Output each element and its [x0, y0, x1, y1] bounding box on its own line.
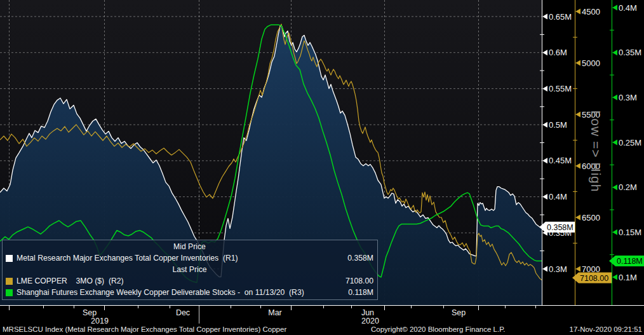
- tick-arrow-icon: [542, 266, 547, 272]
- tick-label-r2: 4500: [582, 7, 600, 17]
- copyright-text: Copyright© 2020 Bloomberg Finance L.P.: [371, 325, 506, 333]
- x-month-label: Sep: [452, 308, 466, 317]
- x-axis: SepDecMarJunSep20192020: [0, 305, 644, 324]
- tick-label-r1: 0.45M: [549, 156, 572, 165]
- legend-mid-price-header: Mid Price: [6, 242, 373, 252]
- tick-arrow-icon: [575, 60, 580, 66]
- badge-label: 7108.00: [580, 274, 608, 283]
- tick-arrow-icon: [575, 163, 580, 169]
- tick-arrow-icon: [542, 50, 547, 55]
- tick-arrow-icon: [575, 266, 580, 272]
- tick-arrow-icon: [612, 229, 617, 235]
- legend-row-inventories[interactable]: Metal Research Major Exchanges Total Cop…: [6, 253, 373, 264]
- x-month-label: Mar: [268, 308, 282, 317]
- tick-label-r3: 0.35M: [619, 48, 641, 57]
- tick-arrow-icon: [542, 158, 547, 163]
- lme-copper-swatch-icon: [6, 278, 13, 285]
- badge-label: 0.118M: [617, 257, 643, 266]
- inventories-swatch-icon: [6, 255, 13, 262]
- tick-label-r3: 0.1M: [619, 273, 637, 282]
- tick-label-r2: 5000: [582, 58, 600, 68]
- tick-label-r1: 0.55M: [549, 84, 572, 93]
- tick-label-r1: 0.3M: [549, 264, 567, 274]
- badge-label: 0.358M: [547, 223, 574, 232]
- tick-arrow-icon: [612, 5, 617, 11]
- legend-label: Shanghai Futures Exchange Weekly Copper …: [17, 287, 348, 298]
- legend-last-price-header: Last Price: [6, 264, 373, 275]
- legend-value: 0.118M: [348, 287, 373, 298]
- timestamp: 17-Nov-2020 09:21:51: [570, 325, 642, 333]
- x-month-label: Jun: [361, 308, 374, 317]
- legend-label: Metal Research Major Exchanges Total Cop…: [17, 253, 347, 264]
- tick-arrow-icon: [542, 14, 547, 20]
- tick-label-r1: 0.65M: [549, 12, 572, 22]
- tick-label-r3: 0.4M: [619, 3, 637, 13]
- legend-value: 7108.00: [345, 276, 373, 287]
- tick-label-r1: 0.6M: [549, 48, 567, 57]
- axis-direction-label: Low => High: [589, 111, 603, 193]
- x-year-label: 2020: [361, 317, 379, 324]
- tick-arrow-icon: [612, 140, 617, 146]
- tick-label-r3: 0.2M: [619, 182, 637, 192]
- tick-label-r2: 7000: [582, 264, 600, 274]
- ticker-description: MRSELSCU Index (Metal Research Major Exc…: [3, 325, 286, 333]
- legend-row-shanghai-stocks[interactable]: Shanghai Futures Exchange Weekly Copper …: [6, 287, 373, 298]
- chart-legend[interactable]: Mid Price Metal Research Major Exchanges…: [2, 240, 378, 300]
- tick-arrow-icon: [575, 215, 580, 221]
- tick-arrow-icon: [612, 275, 617, 280]
- tick-label-r2: 6500: [582, 213, 600, 222]
- tick-arrow-icon: [542, 86, 547, 92]
- tick-arrow-icon: [612, 95, 617, 100]
- tick-arrow-icon: [542, 194, 547, 200]
- x-year-label: 2019: [91, 317, 109, 324]
- x-month-label: Sep: [83, 308, 97, 317]
- x-month-label: Dec: [176, 308, 190, 317]
- legend-value: 0.358M: [347, 253, 373, 264]
- tick-label-r3: 0.25M: [619, 138, 641, 147]
- tick-label-r3: 0.3M: [619, 93, 637, 102]
- tick-label-r3: 0.15M: [619, 228, 641, 237]
- tick-arrow-icon: [575, 112, 580, 118]
- status-bar: MRSELSCU Index (Metal Research Major Exc…: [0, 324, 644, 335]
- legend-label: LME COPPER 3MO ($) (R2): [17, 276, 345, 287]
- tick-arrow-icon: [575, 9, 580, 15]
- tick-arrow-icon: [612, 184, 617, 190]
- shanghai-stocks-swatch-icon: [6, 289, 13, 296]
- tick-arrow-icon: [542, 122, 547, 128]
- legend-row-lme-copper[interactable]: LME COPPER 3MO ($) (R2) 7108.00: [6, 276, 373, 287]
- tick-arrow-icon: [612, 50, 617, 55]
- tick-label-r1: 0.4M: [549, 192, 567, 202]
- tick-label-r1: 0.5M: [549, 120, 567, 130]
- bloomberg-terminal-chart-window: 0.65M0.6M0.55M0.5M0.45M0.4M0.35M0.3M4500…: [0, 0, 644, 335]
